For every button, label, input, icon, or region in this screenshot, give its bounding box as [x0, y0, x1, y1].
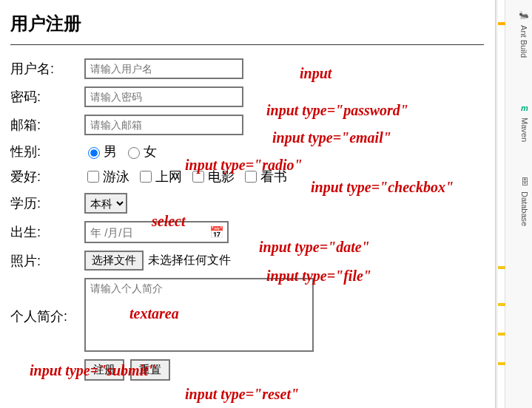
radio-male[interactable]: 男	[84, 143, 117, 160]
radio-male-label: 男	[104, 143, 117, 160]
row-photo: 照片: 选择文件 未选择任何文件	[10, 251, 478, 271]
ant-icon: 🐜	[519, 10, 529, 20]
marker-yellow-2[interactable]	[498, 303, 505, 306]
marker-warning-icon[interactable]	[498, 22, 505, 25]
ide-gutter: 🐜 Ant Build m Maven 🗄 Database	[495, 0, 532, 408]
email-input[interactable]	[84, 115, 243, 135]
label-username: 用户名:	[10, 60, 84, 78]
row-education: 学历: 本科	[10, 193, 478, 214]
radio-female-input[interactable]	[128, 147, 140, 159]
annot-date: input type="date"	[259, 239, 370, 256]
marker-yellow-1[interactable]	[498, 266, 505, 269]
choose-file-button[interactable]: 选择文件	[84, 251, 144, 271]
marker-strip[interactable]	[496, 0, 505, 408]
tab-database[interactable]: 🗄 Database	[520, 177, 529, 226]
annot-radio: input type="radio"	[185, 157, 303, 174]
label-bio: 个人简介:	[10, 307, 84, 325]
password-input[interactable]	[84, 86, 243, 107]
radio-female-label: 女	[144, 143, 157, 160]
page-title: 用户注册	[10, 12, 478, 35]
tab-database-label: Database	[520, 191, 529, 226]
marker-yellow-3[interactable]	[498, 333, 505, 336]
checkbox-swim-label: 游泳	[103, 168, 129, 186]
checkbox-surf[interactable]: 上网	[137, 168, 182, 186]
label-photo: 照片:	[10, 252, 84, 270]
annot-checkbox: input type="checkbox"	[311, 179, 454, 196]
checkbox-surf-input[interactable]	[140, 171, 152, 183]
label-email: 邮箱:	[10, 116, 84, 134]
education-select[interactable]: 本科	[84, 193, 127, 214]
annot-reset: input type="reset"	[185, 386, 299, 403]
annot-email: input type="email"	[272, 129, 391, 146]
calendar-icon[interactable]: 📅	[209, 225, 224, 239]
annot-password: input type="password"	[266, 102, 408, 119]
file-status-text: 未选择任何文件	[148, 253, 231, 268]
row-birth: 出生: 📅	[10, 221, 478, 243]
label-hobby: 爱好:	[10, 168, 84, 186]
row-bio: 个人简介:	[10, 278, 478, 352]
annot-select: select	[152, 213, 186, 230]
tab-ant-label: Ant Build	[519, 25, 528, 58]
label-education: 学历:	[10, 194, 84, 212]
row-username: 用户名:	[10, 58, 478, 79]
file-input-wrap: 选择文件 未选择任何文件	[84, 251, 231, 271]
marker-yellow-4[interactable]	[498, 362, 505, 365]
maven-icon: m	[521, 103, 528, 112]
checkbox-swim-input[interactable]	[87, 171, 99, 183]
database-icon: 🗄	[521, 177, 529, 186]
checkbox-surf-label: 上网	[155, 168, 182, 186]
username-input[interactable]	[84, 58, 243, 79]
tab-ant-build[interactable]: 🐜 Ant Build	[519, 10, 529, 58]
gender-radio-group: 男 女	[84, 143, 157, 160]
annot-file: input type="file"	[266, 268, 371, 285]
annot-input: input	[300, 65, 331, 82]
divider	[10, 44, 484, 45]
label-password: 密码:	[10, 88, 84, 106]
label-birth: 出生:	[10, 223, 84, 241]
bio-textarea[interactable]	[84, 278, 314, 352]
annot-textarea: textarea	[129, 305, 179, 322]
label-gender: 性别:	[10, 143, 84, 160]
tab-maven[interactable]: m Maven	[520, 103, 529, 142]
radio-female[interactable]: 女	[124, 143, 157, 160]
checkbox-swim[interactable]: 游泳	[84, 168, 129, 186]
radio-male-input[interactable]	[88, 147, 100, 159]
annot-submit: input type="submit"	[30, 362, 156, 379]
tab-maven-label: Maven	[520, 118, 529, 142]
